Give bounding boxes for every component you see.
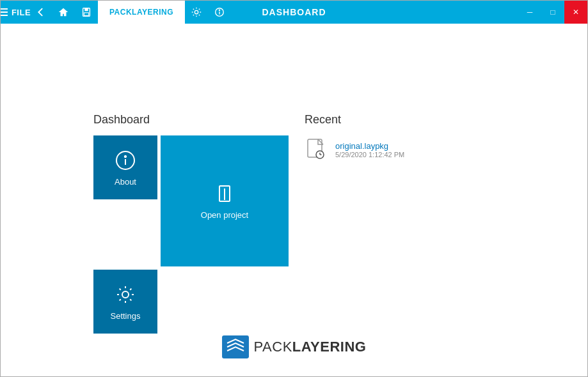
dashboard-section-title: Dashboard [93, 113, 292, 127]
hamburger-icon [0, 8, 8, 16]
settings-tile-label: Settings [111, 311, 141, 321]
open-project-tile[interactable]: Open project [161, 135, 289, 266]
footer-brand-text: PACKLAYERING [254, 339, 367, 355]
about-tile[interactable]: About [93, 135, 157, 199]
settings-icon-btn[interactable] [185, 1, 208, 24]
menu-button[interactable]: FILE [1, 1, 29, 24]
brand-name: PACKLAYERING [254, 339, 367, 355]
window-controls: ─ □ ✕ [518, 1, 587, 24]
title-bar: FILE PACKLAYERING DASHBOARD [1, 1, 587, 24]
open-project-tile-label: Open project [201, 210, 248, 220]
svg-point-6 [219, 10, 219, 10]
about-tile-label: About [115, 177, 136, 187]
recent-file-date: 5/29/2020 1:12:42 PM [335, 151, 404, 158]
title-bar-left: FILE PACKLAYERING [1, 1, 518, 24]
save-button[interactable] [75, 1, 98, 24]
svg-rect-2 [84, 13, 88, 16]
recent-file-name: original.laypkg [335, 141, 404, 151]
minimize-button[interactable]: ─ [518, 1, 541, 24]
file-menu-label: FILE [12, 8, 31, 17]
back-button[interactable] [29, 1, 52, 24]
svg-point-3 [195, 10, 198, 13]
recent-item-info: original.laypkg 5/29/2020 1:12:42 PM [335, 141, 404, 158]
svg-rect-1 [84, 8, 88, 12]
footer-logo-icon [222, 335, 249, 358]
info-icon-btn[interactable] [208, 1, 231, 24]
recent-section: Recent original.laypkg 5/29/2020 1:12:42… [305, 113, 404, 164]
recent-section-title: Recent [305, 113, 404, 127]
footer-logo: PACKLAYERING [222, 335, 367, 358]
tiles-grid: About Open project Settings [93, 135, 292, 334]
close-button[interactable]: ✕ [564, 1, 587, 24]
recent-item[interactable]: original.laypkg 5/29/2020 1:12:42 PM [305, 135, 404, 164]
svg-point-9 [125, 155, 126, 157]
home-button[interactable] [52, 1, 75, 24]
settings-tile[interactable]: Settings [93, 270, 157, 334]
main-content: Dashboard About Open project [1, 24, 587, 377]
dashboard-title: DASHBOARD [262, 7, 326, 17]
svg-point-12 [122, 291, 129, 298]
recent-file-icon [305, 138, 328, 161]
dashboard-section: Dashboard About Open project [93, 113, 292, 334]
packlayering-tab[interactable]: PACKLAYERING [98, 1, 185, 24]
maximize-button[interactable]: □ [541, 1, 564, 24]
